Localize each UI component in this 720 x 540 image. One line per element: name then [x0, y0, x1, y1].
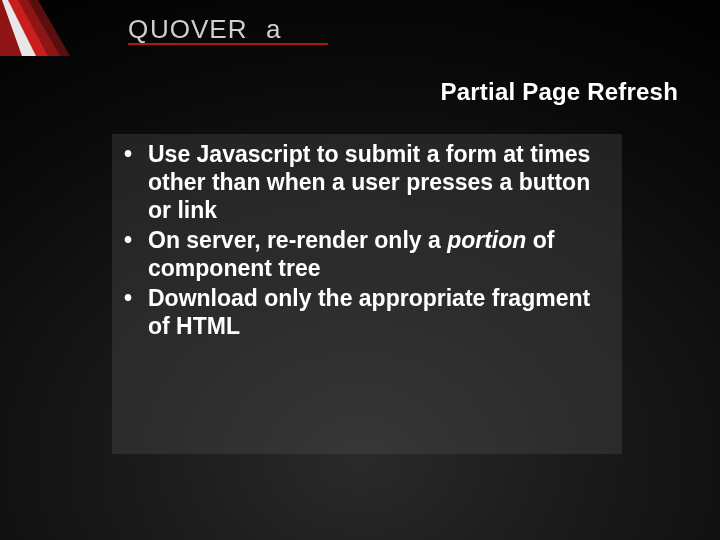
svg-rect-8 [128, 43, 328, 45]
bullet-em: portion [447, 227, 526, 253]
bullet-text: On server, re-render only a [148, 227, 447, 253]
list-item: Use Javascript to submit a form at times… [118, 140, 596, 224]
slide-title: Partial Page Refresh [0, 78, 678, 106]
ribbon-graphic [0, 0, 120, 56]
bullet-list: Use Javascript to submit a form at times… [118, 140, 596, 340]
header: Q UOVER a [0, 0, 720, 56]
svg-text:UOVER: UOVER [150, 14, 247, 44]
content-area: Use Javascript to submit a form at times… [104, 126, 614, 446]
svg-text:a: a [266, 14, 281, 44]
content-box: Use Javascript to submit a form at times… [104, 126, 614, 446]
bullet-text: Download only the appropriate fragment o… [148, 285, 590, 339]
bullet-text: Use Javascript to submit a form at times… [148, 141, 590, 223]
slide: Q UOVER a Partial Page Refresh Use Javas… [0, 0, 720, 540]
brand-logo: Q UOVER a [128, 10, 348, 50]
svg-text:Q: Q [128, 14, 149, 44]
list-item: On server, re-render only a portion of c… [118, 226, 596, 282]
list-item: Download only the appropriate fragment o… [118, 284, 596, 340]
